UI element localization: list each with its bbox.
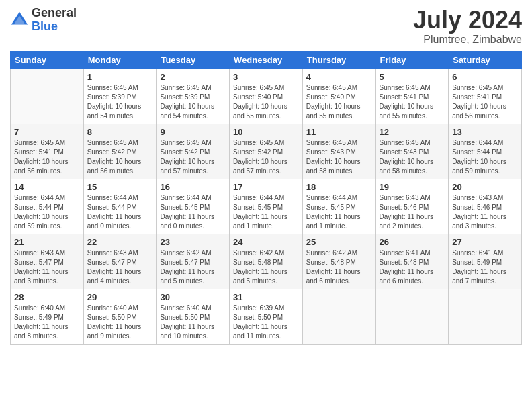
logo-text: General Blue bbox=[32, 7, 77, 34]
day-number: 6 bbox=[452, 72, 518, 82]
calendar-header-thursday: Thursday bbox=[302, 51, 375, 68]
day-number: 24 bbox=[233, 237, 299, 247]
day-info: Sunrise: 6:40 AM Sunset: 5:49 PM Dayligh… bbox=[14, 304, 80, 341]
main-title: July 2024 bbox=[413, 7, 522, 34]
day-number: 26 bbox=[380, 237, 445, 247]
calendar-cell: 6Sunrise: 6:45 AM Sunset: 5:41 PM Daylig… bbox=[449, 68, 522, 124]
calendar-header-row: SundayMondayTuesdayWednesdayThursdayFrid… bbox=[11, 51, 522, 68]
calendar-cell: 24Sunrise: 6:42 AM Sunset: 5:48 PM Dayli… bbox=[230, 234, 303, 289]
calendar-header-friday: Friday bbox=[375, 51, 449, 68]
calendar-cell: 4Sunrise: 6:45 AM Sunset: 5:40 PM Daylig… bbox=[302, 68, 375, 124]
day-info: Sunrise: 6:41 AM Sunset: 5:49 PM Dayligh… bbox=[452, 248, 518, 286]
day-number: 15 bbox=[87, 182, 153, 192]
calendar-header-saturday: Saturday bbox=[449, 51, 522, 68]
calendar-table: SundayMondayTuesdayWednesdayThursdayFrid… bbox=[10, 51, 522, 345]
subtitle: Plumtree, Zimbabwe bbox=[413, 34, 522, 46]
calendar-cell: 26Sunrise: 6:41 AM Sunset: 5:48 PM Dayli… bbox=[375, 234, 449, 289]
day-number: 1 bbox=[87, 72, 153, 82]
day-number: 22 bbox=[87, 237, 153, 247]
calendar-cell: 25Sunrise: 6:42 AM Sunset: 5:48 PM Dayli… bbox=[302, 234, 375, 289]
calendar-cell: 18Sunrise: 6:44 AM Sunset: 5:45 PM Dayli… bbox=[302, 179, 375, 234]
day-number: 27 bbox=[452, 237, 518, 247]
calendar-cell: 14Sunrise: 6:44 AM Sunset: 5:44 PM Dayli… bbox=[11, 179, 84, 234]
day-info: Sunrise: 6:45 AM Sunset: 5:42 PM Dayligh… bbox=[87, 138, 153, 176]
day-number: 8 bbox=[87, 127, 153, 137]
calendar-week-5: 28Sunrise: 6:40 AM Sunset: 5:49 PM Dayli… bbox=[11, 289, 522, 344]
day-number: 7 bbox=[14, 127, 80, 137]
calendar-cell: 19Sunrise: 6:43 AM Sunset: 5:46 PM Dayli… bbox=[375, 179, 449, 234]
calendar-cell: 30Sunrise: 6:40 AM Sunset: 5:50 PM Dayli… bbox=[157, 289, 230, 344]
calendar-cell: 11Sunrise: 6:45 AM Sunset: 5:43 PM Dayli… bbox=[302, 124, 375, 179]
day-number: 14 bbox=[14, 182, 80, 192]
logo: General Blue bbox=[10, 7, 77, 34]
day-number: 5 bbox=[380, 72, 445, 82]
logo-icon bbox=[10, 11, 29, 30]
day-number: 16 bbox=[160, 182, 226, 192]
calendar-cell bbox=[449, 289, 522, 344]
calendar-cell bbox=[11, 68, 84, 124]
day-number: 2 bbox=[160, 72, 226, 82]
day-number: 19 bbox=[380, 182, 445, 192]
day-number: 21 bbox=[14, 237, 80, 247]
day-info: Sunrise: 6:45 AM Sunset: 5:43 PM Dayligh… bbox=[306, 138, 372, 176]
calendar-cell: 5Sunrise: 6:45 AM Sunset: 5:41 PM Daylig… bbox=[375, 68, 449, 124]
calendar-cell: 3Sunrise: 6:45 AM Sunset: 5:40 PM Daylig… bbox=[230, 68, 303, 124]
calendar-header-sunday: Sunday bbox=[11, 51, 84, 68]
calendar-cell: 2Sunrise: 6:45 AM Sunset: 5:39 PM Daylig… bbox=[157, 68, 230, 124]
calendar-cell: 31Sunrise: 6:39 AM Sunset: 5:50 PM Dayli… bbox=[230, 289, 303, 344]
day-info: Sunrise: 6:40 AM Sunset: 5:50 PM Dayligh… bbox=[87, 304, 153, 341]
logo-blue: Blue bbox=[32, 20, 77, 34]
day-info: Sunrise: 6:39 AM Sunset: 5:50 PM Dayligh… bbox=[233, 304, 299, 341]
calendar-cell: 20Sunrise: 6:43 AM Sunset: 5:46 PM Dayli… bbox=[449, 179, 522, 234]
day-info: Sunrise: 6:45 AM Sunset: 5:41 PM Dayligh… bbox=[452, 83, 518, 121]
calendar-header-monday: Monday bbox=[83, 51, 157, 68]
calendar-cell: 23Sunrise: 6:42 AM Sunset: 5:47 PM Dayli… bbox=[157, 234, 230, 289]
calendar-cell bbox=[302, 289, 375, 344]
calendar-cell: 15Sunrise: 6:44 AM Sunset: 5:44 PM Dayli… bbox=[83, 179, 157, 234]
calendar-cell: 12Sunrise: 6:45 AM Sunset: 5:43 PM Dayli… bbox=[375, 124, 449, 179]
calendar-week-4: 21Sunrise: 6:43 AM Sunset: 5:47 PM Dayli… bbox=[11, 234, 522, 289]
calendar-page: General Blue July 2024 Plumtree, Zimbabw… bbox=[0, 0, 532, 411]
day-info: Sunrise: 6:43 AM Sunset: 5:47 PM Dayligh… bbox=[87, 248, 153, 286]
calendar-cell: 29Sunrise: 6:40 AM Sunset: 5:50 PM Dayli… bbox=[83, 289, 157, 344]
calendar-cell: 17Sunrise: 6:44 AM Sunset: 5:45 PM Dayli… bbox=[230, 179, 303, 234]
day-info: Sunrise: 6:45 AM Sunset: 5:41 PM Dayligh… bbox=[14, 138, 80, 176]
day-info: Sunrise: 6:45 AM Sunset: 5:39 PM Dayligh… bbox=[160, 83, 226, 121]
day-info: Sunrise: 6:43 AM Sunset: 5:46 PM Dayligh… bbox=[380, 193, 445, 231]
calendar-cell: 13Sunrise: 6:44 AM Sunset: 5:44 PM Dayli… bbox=[449, 124, 522, 179]
day-info: Sunrise: 6:45 AM Sunset: 5:42 PM Dayligh… bbox=[233, 138, 299, 176]
calendar-cell: 1Sunrise: 6:45 AM Sunset: 5:39 PM Daylig… bbox=[83, 68, 157, 124]
day-number: 23 bbox=[160, 237, 226, 247]
day-info: Sunrise: 6:44 AM Sunset: 5:44 PM Dayligh… bbox=[452, 138, 518, 176]
day-info: Sunrise: 6:45 AM Sunset: 5:43 PM Dayligh… bbox=[380, 138, 445, 176]
day-info: Sunrise: 6:44 AM Sunset: 5:44 PM Dayligh… bbox=[14, 193, 80, 231]
day-info: Sunrise: 6:45 AM Sunset: 5:40 PM Dayligh… bbox=[233, 83, 299, 121]
day-info: Sunrise: 6:40 AM Sunset: 5:50 PM Dayligh… bbox=[160, 304, 226, 341]
day-number: 12 bbox=[380, 127, 445, 137]
day-number: 25 bbox=[306, 237, 372, 247]
day-info: Sunrise: 6:43 AM Sunset: 5:46 PM Dayligh… bbox=[452, 193, 518, 231]
calendar-week-3: 14Sunrise: 6:44 AM Sunset: 5:44 PM Dayli… bbox=[11, 179, 522, 234]
calendar-week-1: 1Sunrise: 6:45 AM Sunset: 5:39 PM Daylig… bbox=[11, 68, 522, 124]
calendar-week-2: 7Sunrise: 6:45 AM Sunset: 5:41 PM Daylig… bbox=[11, 124, 522, 179]
day-info: Sunrise: 6:44 AM Sunset: 5:45 PM Dayligh… bbox=[160, 193, 226, 231]
calendar-header-tuesday: Tuesday bbox=[157, 51, 230, 68]
calendar-cell: 10Sunrise: 6:45 AM Sunset: 5:42 PM Dayli… bbox=[230, 124, 303, 179]
day-number: 30 bbox=[160, 292, 226, 302]
day-info: Sunrise: 6:45 AM Sunset: 5:41 PM Dayligh… bbox=[380, 83, 445, 121]
day-number: 17 bbox=[233, 182, 299, 192]
day-info: Sunrise: 6:45 AM Sunset: 5:40 PM Dayligh… bbox=[306, 83, 372, 121]
calendar-cell: 8Sunrise: 6:45 AM Sunset: 5:42 PM Daylig… bbox=[83, 124, 157, 179]
day-info: Sunrise: 6:45 AM Sunset: 5:39 PM Dayligh… bbox=[87, 83, 153, 121]
day-number: 18 bbox=[306, 182, 372, 192]
calendar-cell: 7Sunrise: 6:45 AM Sunset: 5:41 PM Daylig… bbox=[11, 124, 84, 179]
day-number: 28 bbox=[14, 292, 80, 302]
calendar-cell: 22Sunrise: 6:43 AM Sunset: 5:47 PM Dayli… bbox=[83, 234, 157, 289]
calendar-cell: 16Sunrise: 6:44 AM Sunset: 5:45 PM Dayli… bbox=[157, 179, 230, 234]
day-info: Sunrise: 6:42 AM Sunset: 5:48 PM Dayligh… bbox=[306, 248, 372, 286]
day-info: Sunrise: 6:42 AM Sunset: 5:47 PM Dayligh… bbox=[160, 248, 226, 286]
day-number: 3 bbox=[233, 72, 299, 82]
day-number: 31 bbox=[233, 292, 299, 302]
day-number: 13 bbox=[452, 127, 518, 137]
day-number: 4 bbox=[306, 72, 372, 82]
